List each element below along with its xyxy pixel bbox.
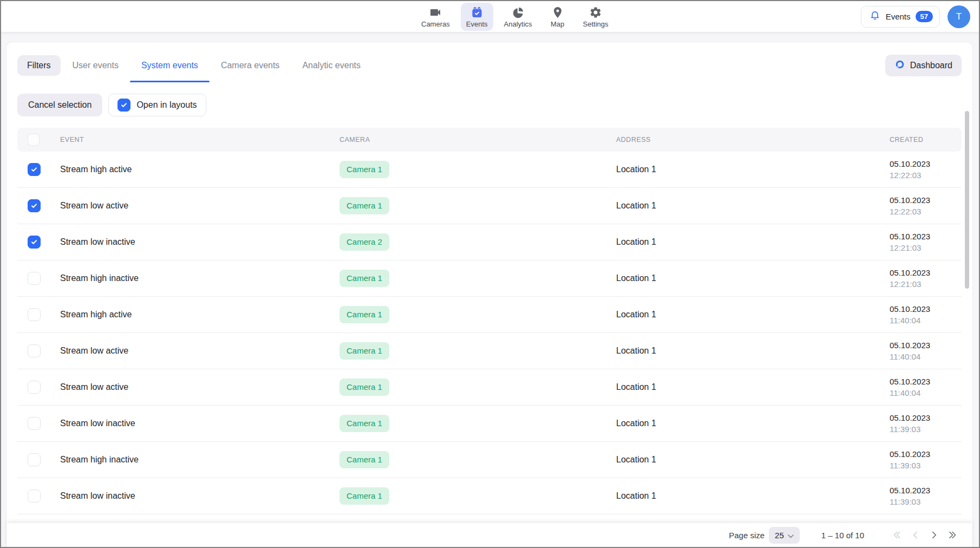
dashboard-button-label: Dashboard: [910, 61, 952, 70]
cancel-selection-button[interactable]: Cancel selection: [17, 94, 102, 116]
created-time: 11:39:03: [890, 460, 962, 471]
address-cell: Location 1: [616, 419, 890, 428]
table-row[interactable]: Stream low inactive Camera 2 Location 1 …: [17, 224, 962, 260]
column-header-created: CREATED: [890, 136, 962, 143]
camera-badge[interactable]: Camera 2: [339, 233, 389, 251]
camera-badge[interactable]: Camera 1: [339, 379, 389, 396]
created-date: 05.10.2023: [890, 485, 962, 496]
events-notifications-button[interactable]: Events 57: [861, 6, 940, 28]
created-date: 05.10.2023: [890, 376, 962, 387]
camera-badge[interactable]: Camera 1: [339, 451, 389, 468]
nav-item-settings[interactable]: Settings: [578, 3, 614, 31]
created-date: 05.10.2023: [890, 340, 962, 351]
column-header-address: ADDRESS: [616, 136, 890, 143]
row-checkbox[interactable]: [28, 308, 41, 321]
tab-analytic-events[interactable]: Analytic events: [291, 49, 372, 82]
table-row[interactable]: Stream low active Camera 1 Location 1 05…: [17, 188, 962, 224]
next-page-button[interactable]: [927, 528, 941, 542]
tab-camera-events[interactable]: Camera events: [210, 49, 291, 82]
nav-item-analytics[interactable]: Analytics: [499, 3, 538, 31]
row-checkbox[interactable]: [28, 236, 41, 249]
camera-badge[interactable]: Camera 1: [339, 306, 389, 323]
camera-badge[interactable]: Camera 1: [339, 270, 389, 287]
event-name: Stream high active: [60, 310, 339, 319]
created-cell: 05.10.2023 11:40:04: [890, 340, 962, 362]
created-date: 05.10.2023: [890, 158, 962, 169]
nav-item-events[interactable]: Events: [461, 3, 493, 31]
events-table: EVENT CAMERA ADDRESS CREATED Stream high…: [17, 128, 962, 514]
created-cell: 05.10.2023 11:39:03: [890, 448, 962, 471]
camera-badge[interactable]: Camera 1: [339, 197, 389, 214]
tab-user-events[interactable]: User events: [61, 49, 130, 82]
created-time: 12:21:03: [890, 278, 962, 290]
avatar[interactable]: T: [948, 5, 970, 28]
open-in-layouts-checkbox[interactable]: [117, 99, 130, 112]
event-name: Stream low inactive: [60, 237, 339, 247]
row-checkbox[interactable]: [28, 417, 41, 430]
row-checkbox[interactable]: [28, 344, 41, 357]
selection-bar: Cancel selection Open in layouts: [17, 94, 962, 116]
nav-item-map[interactable]: Map: [543, 3, 572, 31]
event-name: Stream low active: [60, 382, 339, 392]
vertical-scrollbar-thumb[interactable]: [965, 111, 969, 289]
chevron-down-icon: [788, 531, 794, 540]
created-time: 11:39:03: [890, 423, 962, 435]
address-cell: Location 1: [616, 346, 890, 356]
table-row[interactable]: Stream low inactive Camera 1 Location 1 …: [17, 406, 962, 442]
dashboard-button[interactable]: Dashboard: [885, 55, 962, 76]
event-name: Stream low active: [60, 201, 339, 211]
table-body: Stream high active Camera 1 Location 1 0…: [17, 152, 962, 514]
event-name: Stream high inactive: [60, 273, 339, 283]
created-cell: 05.10.2023 12:22:03: [890, 158, 962, 181]
pagination-range-label: 1 – 10 of 10: [821, 531, 864, 540]
table-row[interactable]: Stream high active Camera 1 Location 1 0…: [17, 297, 962, 333]
camera-badge[interactable]: Camera 1: [339, 487, 389, 505]
last-page-button[interactable]: [945, 528, 959, 542]
table-row[interactable]: Stream high inactive Camera 1 Location 1…: [17, 442, 962, 478]
camera-badge[interactable]: Camera 1: [339, 415, 389, 432]
pie-chart-icon: [512, 6, 525, 19]
nav-item-cameras[interactable]: Cameras: [416, 3, 455, 31]
row-checkbox[interactable]: [28, 490, 41, 503]
row-checkbox[interactable]: [28, 199, 41, 212]
nav-item-label: Analytics: [504, 20, 532, 28]
nav-item-label: Events: [466, 20, 488, 28]
row-checkbox[interactable]: [28, 381, 41, 394]
tab-system-events[interactable]: System events: [130, 49, 210, 82]
camera-badge[interactable]: Camera 1: [339, 342, 389, 360]
created-cell: 05.10.2023 11:40:04: [890, 376, 962, 399]
created-cell: 05.10.2023 11:40:04: [890, 303, 962, 326]
created-time: 11:40:04: [890, 387, 962, 399]
ring-icon: [894, 59, 905, 72]
main-nav: Cameras Events Analytics: [416, 3, 614, 31]
nav-item-label: Settings: [583, 20, 609, 28]
previous-page-button[interactable]: [909, 528, 923, 542]
nav-item-label: Cameras: [421, 20, 450, 28]
created-date: 05.10.2023: [890, 303, 962, 315]
created-date: 05.10.2023: [890, 448, 962, 460]
page-size-select[interactable]: 25: [769, 527, 800, 544]
filters-button[interactable]: Filters: [17, 55, 61, 76]
page-size-value: 25: [775, 531, 784, 540]
row-checkbox[interactable]: [28, 272, 41, 285]
open-in-layouts-button[interactable]: Open in layouts: [108, 94, 206, 116]
event-name: Stream low inactive: [60, 491, 339, 501]
video-camera-icon: [429, 6, 442, 19]
pager-controls: [890, 528, 959, 542]
row-checkbox[interactable]: [28, 453, 41, 466]
created-time: 11:40:04: [890, 351, 962, 362]
events-count-badge: 57: [916, 11, 933, 22]
camera-badge[interactable]: Camera 1: [339, 161, 389, 178]
address-cell: Location 1: [616, 491, 890, 501]
top-bar-right: Events 57 T: [861, 5, 970, 28]
row-checkbox[interactable]: [28, 163, 41, 176]
table-row[interactable]: Stream low inactive Camera 1 Location 1 …: [17, 478, 962, 514]
table-row[interactable]: Stream low active Camera 1 Location 1 05…: [17, 333, 962, 369]
first-page-button[interactable]: [890, 528, 904, 542]
table-row[interactable]: Stream high active Camera 1 Location 1 0…: [17, 152, 962, 188]
map-pin-icon: [551, 6, 564, 19]
table-row[interactable]: Stream low active Camera 1 Location 1 05…: [17, 369, 962, 406]
table-row[interactable]: Stream high inactive Camera 1 Location 1…: [17, 260, 962, 297]
select-all-checkbox[interactable]: [28, 134, 40, 146]
content-card: Filters User events System events Camera…: [6, 42, 972, 547]
